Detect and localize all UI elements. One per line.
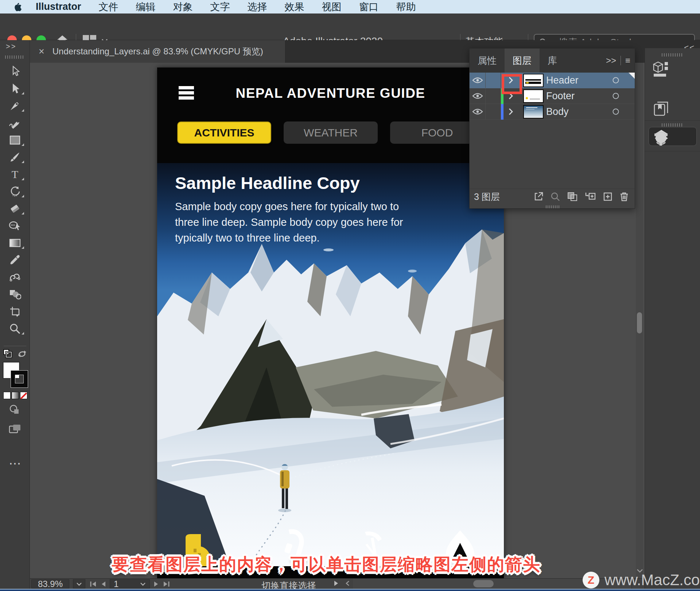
edit-toolbar-icon[interactable]: ⋯	[9, 456, 21, 471]
layer-name[interactable]: Footer	[546, 88, 602, 104]
tools-grip-handle[interactable]	[5, 55, 25, 59]
menu-help[interactable]: 帮助	[388, 0, 425, 13]
locate-object-icon[interactable]	[550, 192, 560, 202]
target-circle-icon	[612, 108, 619, 115]
tab-libraries[interactable]: 库	[540, 49, 565, 73]
panel-menu-icon[interactable]: ≡	[625, 55, 630, 66]
pen-tool[interactable]	[0, 97, 30, 114]
menu-view[interactable]: 视图	[313, 0, 350, 13]
vertical-scrollbar[interactable]	[636, 63, 643, 578]
visibility-toggle[interactable]	[470, 104, 486, 119]
new-sublayer-icon[interactable]	[584, 192, 596, 202]
play-forward-icon[interactable]	[334, 580, 339, 587]
stroke-panel-icon[interactable]	[645, 130, 700, 146]
zoom-dropdown[interactable]	[73, 579, 85, 588]
document-tab[interactable]: × Understanding_Layers.ai @ 83.9% (CMYK/…	[30, 40, 285, 63]
new-layer-icon[interactable]	[603, 192, 613, 202]
rectangle-tool[interactable]	[0, 131, 30, 148]
menu-illustrator[interactable]: Illustrator	[25, 1, 90, 12]
zoom-tool[interactable]	[0, 320, 30, 337]
rotate-tool[interactable]	[0, 183, 30, 200]
zoom-level-field[interactable]: 83.9%	[31, 579, 69, 588]
artboard-number-field[interactable]: 1	[110, 579, 150, 588]
tools-panel: >>	[0, 40, 30, 589]
layer-target[interactable]	[602, 104, 635, 119]
first-artboard-icon[interactable]	[89, 581, 97, 587]
layer-thumbnail[interactable]	[521, 88, 546, 104]
eraser-tool[interactable]	[0, 200, 30, 217]
menu-type[interactable]: 文字	[202, 0, 239, 13]
artboard[interactable]: NEPAL ADVENTURE GUIDE ACTIVITIES WEATHER…	[157, 67, 504, 578]
make-mask-icon[interactable]	[567, 192, 578, 202]
eyedropper-tool[interactable]	[0, 251, 30, 269]
last-artboard-icon[interactable]	[162, 581, 170, 587]
direct-selection-tool[interactable]	[0, 80, 30, 97]
menu-edit[interactable]: 编辑	[127, 0, 164, 13]
horizontal-scrollbar-thumb[interactable]	[473, 580, 494, 587]
type-tool[interactable]: T	[0, 166, 30, 183]
gradient-tool[interactable]	[0, 234, 30, 251]
menu-file[interactable]: 文件	[90, 0, 127, 13]
properties-panel-icon[interactable]	[645, 61, 700, 78]
chevron-left-icon[interactable]	[345, 580, 350, 586]
tab-close-icon[interactable]: ×	[39, 46, 44, 57]
layer-row-header[interactable]: Header	[470, 73, 635, 88]
delete-layer-icon[interactable]	[619, 192, 629, 202]
menu-select[interactable]: 选择	[239, 0, 276, 13]
tab-layers[interactable]: 图层	[505, 49, 540, 73]
selection-tool[interactable]	[0, 63, 30, 80]
libraries-panel-icon[interactable]	[645, 101, 700, 117]
panel-expand-icon[interactable]: >>	[606, 55, 616, 66]
default-fill-stroke-icon[interactable]	[3, 349, 12, 358]
eye-icon	[472, 92, 483, 100]
stroke-color-swatch[interactable]	[11, 371, 28, 387]
dock-grip-handle[interactable]	[662, 123, 684, 127]
none-swatch[interactable]	[20, 392, 27, 399]
blend-tool[interactable]	[0, 269, 30, 286]
curvature-tool[interactable]	[0, 114, 30, 131]
shaper-tool[interactable]	[0, 217, 30, 234]
lock-toggle[interactable]	[486, 88, 501, 104]
direct-selection-tool-icon	[9, 83, 20, 94]
layer-row-body[interactable]: Body	[470, 104, 635, 120]
tab-properties[interactable]: 属性	[470, 49, 505, 73]
visibility-toggle[interactable]	[470, 88, 486, 104]
body-line: Sample body copy goes here for typically…	[175, 199, 403, 215]
layer-thumbnail[interactable]	[521, 104, 546, 119]
artboard-tool[interactable]	[0, 303, 30, 320]
menu-object[interactable]: 对象	[164, 0, 202, 13]
panel-tabs: 属性 图层 库 >> ≡	[470, 49, 635, 73]
layer-name[interactable]: Body	[546, 104, 602, 119]
dock-divider	[645, 151, 700, 151]
screen-mode-icon[interactable]	[9, 424, 21, 435]
menu-window[interactable]: 窗口	[350, 0, 388, 13]
fill-stroke-controls	[0, 349, 30, 444]
next-artboard-icon[interactable]	[153, 581, 159, 587]
panel-resize-grip[interactable]	[546, 205, 560, 208]
layer-thumbnail[interactable]	[521, 73, 546, 88]
visibility-toggle[interactable]	[470, 73, 486, 88]
lock-toggle[interactable]	[486, 73, 501, 88]
menu-effect[interactable]: 效果	[276, 0, 313, 13]
layer-row-footer[interactable]: Footer	[470, 88, 635, 104]
draw-mode-icon[interactable]	[9, 404, 20, 415]
vertical-scrollbar-thumb[interactable]	[637, 312, 642, 333]
layer-name[interactable]: Header	[546, 73, 602, 88]
dock-grip-handle[interactable]	[662, 53, 684, 57]
symbol-sprayer-tool[interactable]	[0, 286, 30, 303]
artboard-number: 1	[114, 579, 118, 589]
svg-text:T: T	[12, 169, 18, 180]
paintbrush-tool[interactable]	[0, 148, 30, 166]
collect-for-export-icon[interactable]	[533, 192, 544, 202]
expand-layer-arrow[interactable]	[501, 104, 521, 119]
layer-target[interactable]	[602, 88, 635, 104]
tools-collapse-icon[interactable]: >>	[6, 42, 16, 51]
lock-toggle[interactable]	[486, 104, 501, 119]
previous-artboard-icon[interactable]	[101, 581, 106, 587]
swap-fill-stroke-icon[interactable]	[17, 349, 27, 358]
app-titlebar: Adobe Illustrator 2020 基本功能 搜索 Adobe Sto…	[0, 13, 700, 40]
gradient-swatch[interactable]	[12, 392, 19, 399]
selection-tool-icon	[9, 66, 20, 77]
apple-menu-icon[interactable]	[14, 2, 25, 12]
color-swatch[interactable]	[3, 392, 11, 399]
